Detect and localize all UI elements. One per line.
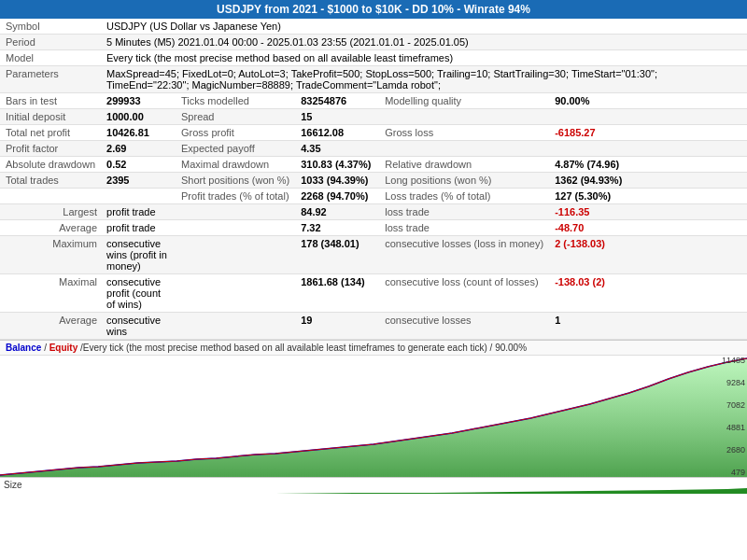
value-avg-consecutive-label: consecutive wins <box>101 313 176 340</box>
value-average-loss: -48.70 <box>549 220 747 236</box>
y-label-5: 2680 <box>722 445 745 455</box>
value-avg-consecutive-wins: 19 <box>295 313 379 340</box>
value-parameters: MaxSpread=45; FixedLot=0; AutoLot=3; Tak… <box>101 66 747 93</box>
report-table: Symbol USDJPY (US Dollar vs Japanese Yen… <box>0 19 747 340</box>
value-ticks: 83254876 <box>295 93 379 109</box>
label-period: Period <box>0 35 101 50</box>
value-pf: 2.69 <box>101 141 176 157</box>
label-deposit: Initial deposit <box>0 109 101 125</box>
y-label-4: 4881 <box>722 423 745 432</box>
value-average-profit: 7.32 <box>295 220 379 236</box>
table-row: Symbol USDJPY (US Dollar vs Japanese Yen… <box>0 19 747 35</box>
value-symbol: USDJPY (US Dollar vs Japanese Yen) <box>101 19 747 35</box>
value-largest-profit: 84.92 <box>295 204 379 220</box>
value-maximum-losses: 2 (-138.03) <box>549 236 747 274</box>
value-modelling: 90.00% <box>549 93 747 109</box>
value-short: 1033 (94.39%) <box>295 173 379 189</box>
legend-balance: Balance <box>6 343 41 353</box>
y-label-6: 479 <box>722 468 745 477</box>
table-row: Bars in test 299933 Ticks modelled 83254… <box>0 93 747 109</box>
label-maximum: Maximum <box>0 236 101 274</box>
table-row: Maximum consecutive wins (profit in mone… <box>0 236 747 274</box>
value-maximal-label: consecutive profit (count of wins) <box>101 274 176 313</box>
label-trades: Total trades <box>0 173 101 189</box>
label-average-loss: loss trade <box>379 220 549 236</box>
value-average-label: profit trade <box>101 220 176 236</box>
label-largest: Largest <box>0 204 101 220</box>
table-row: Average consecutive wins 19 consecutive … <box>0 313 747 340</box>
value-period: 5 Minutes (M5) 2021.01.04 00:00 - 2025.0… <box>101 35 747 50</box>
value-grossloss: -6185.27 <box>549 125 747 141</box>
table-row: Period 5 Minutes (M5) 2021.01.04 00:00 -… <box>0 35 747 50</box>
legend-equity: Equity <box>49 343 78 353</box>
label-short: Short positions (won %) <box>176 173 295 189</box>
value-grossprofit: 16612.08 <box>295 125 379 141</box>
size-chart-svg <box>0 478 747 494</box>
table-row: Total trades 2395 Short positions (won %… <box>0 173 747 189</box>
value-reldrawdown: 4.87% (74.96) <box>549 157 747 173</box>
label-largest-loss: loss trade <box>379 204 549 220</box>
label-absdrawdown: Absolute drawdown <box>0 157 101 173</box>
value-maxdrawdown: 310.83 (4.37%) <box>295 157 379 173</box>
table-row: Maximal consecutive profit (count of win… <box>0 274 747 313</box>
value-trades: 2395 <box>101 173 176 189</box>
label-profittrades: Profit trades (% of total) <box>176 189 295 204</box>
value-losstrades: 127 (5.30%) <box>549 189 747 204</box>
value-avg-consecutive-losses: 1 <box>549 313 747 340</box>
table-row: Profit factor 2.69 Expected payoff 4.35 <box>0 141 747 157</box>
value-ep: 4.35 <box>295 141 379 157</box>
value-netprofit: 10426.81 <box>101 125 176 141</box>
value-maximal-loss: -138.03 (2) <box>549 274 747 313</box>
label-grossloss: Gross loss <box>379 125 549 141</box>
title-bar: USDJPY from 2021 - $1000 to $10K - DD 10… <box>0 0 747 19</box>
page-title: USDJPY from 2021 - $1000 to $10K - DD 10… <box>217 3 530 16</box>
label-avg-consecutive-losses: consecutive losses <box>379 313 549 340</box>
table-row: Parameters MaxSpread=45; FixedLot=0; Aut… <box>0 66 747 93</box>
label-avg-consecutive: Average <box>0 313 101 340</box>
label-netprofit: Total net profit <box>0 125 101 141</box>
value-maximal-profit: 1861.68 (134) <box>295 274 379 313</box>
label-maximal: Maximal <box>0 274 101 313</box>
value-deposit: 1000.00 <box>101 109 176 125</box>
value-profittrades: 2268 (94.70%) <box>295 189 379 204</box>
label-maximum-losses: consecutive losses (loss in money) <box>379 236 549 274</box>
label-parameters: Parameters <box>0 66 101 93</box>
value-maximum-wins: 178 (348.01) <box>295 236 379 274</box>
table-row: Initial deposit 1000.00 Spread 15 <box>0 109 747 125</box>
value-bars: 299933 <box>101 93 176 109</box>
label-pf: Profit factor <box>0 141 101 157</box>
chart-area: Balance / Equity /Every tick (the most p… <box>0 340 747 494</box>
label-bars: Bars in test <box>0 93 101 109</box>
label-maxdrawdown: Maximal drawdown <box>176 157 295 173</box>
size-label: Size <box>4 480 21 490</box>
label-long: Long positions (won %) <box>379 173 549 189</box>
value-largest-loss: -116.35 <box>549 204 747 220</box>
value-spread: 15 <box>295 109 379 125</box>
label-modelling: Modelling quality <box>379 93 549 109</box>
label-model: Model <box>0 50 101 66</box>
label-ticks: Ticks modelled <box>176 93 295 109</box>
table-row: Average profit trade 7.32 loss trade -48… <box>0 220 747 236</box>
value-largest-label: profit trade <box>101 204 176 220</box>
value-long: 1362 (94.93%) <box>549 173 747 189</box>
label-symbol: Symbol <box>0 19 101 35</box>
size-bar: Size <box>0 477 747 494</box>
label-grossprofit: Gross profit <box>176 125 295 141</box>
table-row: Model Every tick (the most precise metho… <box>0 50 747 66</box>
y-label-3: 7082 <box>722 400 745 410</box>
chart-legend: Balance / Equity /Every tick (the most p… <box>0 341 747 356</box>
y-label-2: 9284 <box>722 378 745 387</box>
label-average: Average <box>0 220 101 236</box>
label-spread: Spread <box>176 109 295 125</box>
value-maximum-label: consecutive wins (profit in money) <box>101 236 176 274</box>
legend-separator1: / <box>44 343 47 353</box>
label-maximal-loss: consecutive loss (count of losses) <box>379 274 549 313</box>
label-losstrades: Loss trades (% of total) <box>379 189 549 204</box>
value-absdrawdown: 0.52 <box>101 157 176 173</box>
legend-text: /Every tick (the most precise method bas… <box>80 343 527 353</box>
table-row: Total net profit 10426.81 Gross profit 1… <box>0 125 747 141</box>
label-reldrawdown: Relative drawdown <box>379 157 549 173</box>
value-model: Every tick (the most precise method base… <box>101 50 747 66</box>
balance-chart-svg <box>0 356 747 477</box>
table-row: Absolute drawdown 0.52 Maximal drawdown … <box>0 157 747 173</box>
